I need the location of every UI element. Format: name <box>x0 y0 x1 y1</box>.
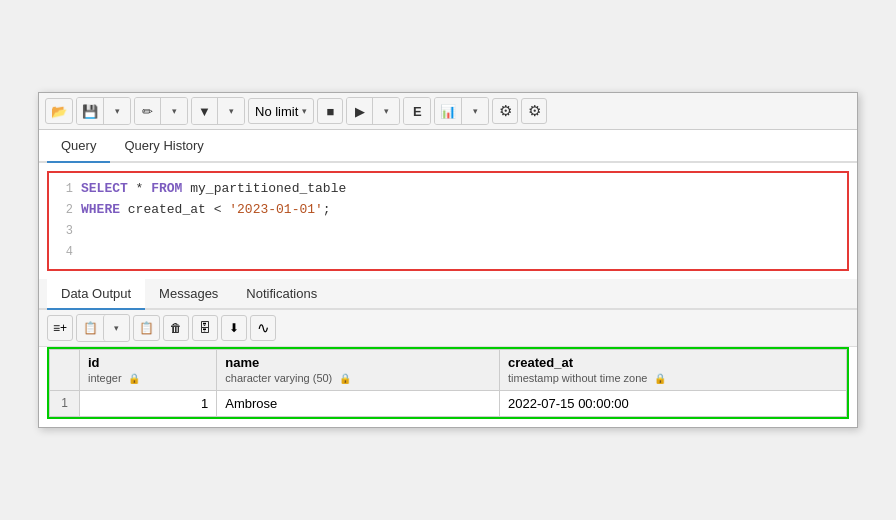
lock-icon: 🔒 <box>339 373 351 384</box>
trash-icon: 🗑 <box>170 321 182 335</box>
graph-button[interactable]: ∿ <box>250 315 276 341</box>
col-header-created-at: created_at timestamp without time zone 🔒 <box>500 349 847 390</box>
cell-id[interactable]: 1 <box>80 390 217 416</box>
sql-line-4: 4 <box>53 242 843 263</box>
paste-icon: 📋 <box>139 321 154 335</box>
run-button[interactable]: ▶ <box>347 98 373 124</box>
explain-group: E <box>403 97 431 125</box>
line-number: 2 <box>53 201 81 220</box>
stop-button[interactable]: ■ <box>317 98 343 124</box>
string-literal: '2023-01-01' <box>229 202 323 217</box>
filter-icon: ▼ <box>198 104 211 119</box>
line-number: 1 <box>53 180 81 199</box>
copy-dropdown-button[interactable]: ▾ <box>103 315 129 341</box>
line-number: 3 <box>53 222 81 241</box>
load-button[interactable]: 🗄 <box>192 315 218 341</box>
col-header-id: id integer 🔒 <box>80 349 217 390</box>
data-table-wrapper: id integer 🔒 name character varying (50)… <box>47 347 849 419</box>
lock-icon: 🔒 <box>654 373 666 384</box>
chevron-down-icon: ▾ <box>114 323 119 333</box>
sql-editor[interactable]: 1 SELECT * FROM my_partitioned_table 2 W… <box>47 171 849 270</box>
download-button[interactable]: ⬇ <box>221 315 247 341</box>
save-button[interactable]: 💾 <box>77 98 104 124</box>
download-icon: ⬇ <box>229 321 239 335</box>
copy-icon: 📋 <box>83 321 98 335</box>
macro2-button[interactable]: ⚙ <box>521 98 547 124</box>
database-icon: 🗄 <box>199 321 211 335</box>
chart-icon: 📊 <box>440 104 456 119</box>
col-header-name: name character varying (50) 🔒 <box>217 349 500 390</box>
chevron-down-icon: ▾ <box>115 106 120 116</box>
limit-dropdown[interactable]: No limit ▾ <box>248 98 314 124</box>
result-tab-bar: Data Output Messages Notifications <box>39 279 857 310</box>
chevron-down-icon: ▾ <box>384 106 389 116</box>
cell-name[interactable]: Ambrose <box>217 390 500 416</box>
chevron-down-icon: ▾ <box>302 106 307 116</box>
run-icon: ▶ <box>355 104 365 119</box>
edit-group: ✏ ▾ <box>134 97 188 125</box>
run-group: ▶ ▾ <box>346 97 400 125</box>
macro1-icon: ⚙ <box>499 102 512 120</box>
macro1-button[interactable]: ⚙ <box>492 98 518 124</box>
table-header-row: id integer 🔒 name character varying (50)… <box>50 349 847 390</box>
copy-group: 📋 ▾ <box>76 314 130 342</box>
add-row-button[interactable]: ≡+ <box>47 315 73 341</box>
row-num-header <box>50 349 80 390</box>
cell-created-at[interactable]: 2022-07-15 00:00:00 <box>500 390 847 416</box>
sql-line-1: 1 SELECT * FROM my_partitioned_table <box>53 179 843 200</box>
tab-query-history[interactable]: Query History <box>110 130 217 163</box>
query-tab-bar: Query Query History <box>39 130 857 163</box>
limit-label: No limit <box>255 104 298 119</box>
run-dropdown-button[interactable]: ▾ <box>373 98 399 124</box>
keyword-select: SELECT <box>81 181 128 196</box>
chart-group: 📊 ▾ <box>434 97 489 125</box>
tab-data-output[interactable]: Data Output <box>47 279 145 310</box>
macro2-icon: ⚙ <box>528 102 541 120</box>
keyword-from: FROM <box>151 181 182 196</box>
sql-line-3: 3 <box>53 221 843 242</box>
edit-button[interactable]: ✏ <box>135 98 161 124</box>
graph-icon: ∿ <box>257 319 270 337</box>
filter-button[interactable]: ▼ <box>192 98 218 124</box>
filter-group: ▼ ▾ <box>191 97 245 125</box>
result-toolbar: ≡+ 📋 ▾ 📋 🗑 🗄 ⬇ ∿ <box>39 310 857 347</box>
keyword-where: WHERE <box>81 202 120 217</box>
delete-button[interactable]: 🗑 <box>163 315 189 341</box>
stop-icon: ■ <box>326 104 334 119</box>
filter-dropdown-button[interactable]: ▾ <box>218 98 244 124</box>
chart-button[interactable]: 📊 <box>435 98 462 124</box>
edit-dropdown-button[interactable]: ▾ <box>161 98 187 124</box>
chart-dropdown-button[interactable]: ▾ <box>462 98 488 124</box>
line-number: 4 <box>53 243 81 262</box>
lock-icon: 🔒 <box>128 373 140 384</box>
tab-query[interactable]: Query <box>47 130 110 163</box>
row-number: 1 <box>50 390 80 416</box>
save-icon: 💾 <box>82 104 98 119</box>
tab-notifications[interactable]: Notifications <box>232 279 331 310</box>
save-dropdown-button[interactable]: ▾ <box>104 98 130 124</box>
save-group: 💾 ▾ <box>76 97 131 125</box>
open-button[interactable]: 📂 <box>45 98 73 124</box>
main-toolbar: 📂 💾 ▾ ✏ ▾ ▼ ▾ No lim <box>39 93 857 130</box>
add-row-icon: ≡+ <box>53 321 67 335</box>
table-row: 1 1 Ambrose 2022-07-15 00:00:00 <box>50 390 847 416</box>
main-window: 📂 💾 ▾ ✏ ▾ ▼ ▾ No lim <box>38 92 858 427</box>
paste-button[interactable]: 📋 <box>133 315 160 341</box>
folder-icon: 📂 <box>51 104 67 119</box>
explain-button[interactable]: E <box>404 98 430 124</box>
data-table: id integer 🔒 name character varying (50)… <box>49 349 847 417</box>
tab-messages[interactable]: Messages <box>145 279 232 310</box>
sql-line-2: 2 WHERE created_at < '2023-01-01'; <box>53 200 843 221</box>
chevron-down-icon: ▾ <box>172 106 177 116</box>
pencil-icon: ✏ <box>142 104 153 119</box>
chevron-down-icon: ▾ <box>229 106 234 116</box>
chevron-down-icon: ▾ <box>473 106 478 116</box>
copy-button[interactable]: 📋 <box>77 315 103 341</box>
explain-icon: E <box>413 104 422 119</box>
